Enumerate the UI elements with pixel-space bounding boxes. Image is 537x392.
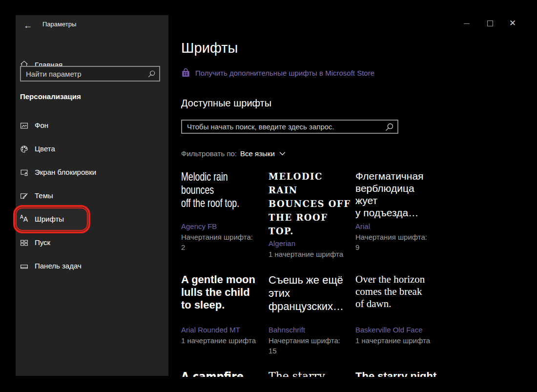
font-name-link[interactable]: Arial [355,221,444,232]
sidebar-item-colors[interactable]: Цвета [16,137,168,161]
available-fonts-heading: Доступные шрифты [181,98,271,109]
language-filter[interactable]: Фильтровать по: Все языки [181,149,286,158]
settings-sidebar: ← Параметры Главная Персонализация [16,15,168,376]
font-sample: Over the horizon comes the break of dawn… [355,273,444,325]
sidebar-item-label: Пуск [35,238,50,247]
font-faces-label: 1 начертание шрифта [355,335,444,346]
font-sample: Съешь же ещё этих французских… [268,273,355,325]
search-icon [147,70,156,78]
font-tile-clipped-1[interactable]: A campfire [181,370,268,377]
fonts-search-box [181,120,398,134]
font-faces-label: 1 начертание шрифта [181,335,268,346]
font-name-link[interactable]: Bahnschrift [268,325,355,335]
filter-label: Фильтровать по: [181,149,237,158]
sidebar-section-title: Персонализация [20,92,81,101]
sidebar-search-input[interactable] [21,67,159,81]
font-sample: The starry night [268,370,355,377]
taskbar-icon [20,262,28,270]
font-tile-baskerville-old-face[interactable]: Over the horizon comes the break of dawn… [355,273,444,356]
font-tile-arial[interactable]: Флегматичная верблюдица жует у подъезда…… [355,170,444,259]
fonts-page: Шрифты Получить дополнительные шрифты в … [168,0,537,392]
themes-icon [20,192,28,200]
font-faces-label: Начертания шрифта: [355,232,444,242]
sidebar-item-fonts[interactable]: AA Шрифты [16,207,89,231]
font-sample: Melodic rain bounces off the roof top. [181,170,246,221]
font-tile-bahnschrift[interactable]: Съешь же ещё этих французских… Bahnschri… [268,273,355,356]
sidebar-search-box [20,66,160,82]
font-tile-algerian[interactable]: MELODIC RAIN BOUNCES OFF THE ROOF TOP. A… [268,170,355,259]
font-name-link[interactable]: Arial Rounded MT [181,325,268,335]
sidebar-item-label: Фон [35,121,48,129]
font-name-link[interactable]: Agency FB [181,221,268,232]
fonts-search-input[interactable] [182,121,397,133]
font-tile-arial-rounded-mt[interactable]: A gentle moon lulls the child to sleep. … [181,273,268,356]
sidebar-item-label: Экран блокировки [35,168,96,176]
font-faces-count: 15 [268,346,355,356]
font-sample: A campfire [181,370,258,377]
fonts-grid: Melodic rain bounces off the roof top. A… [181,170,447,377]
start-tiles-icon [20,239,28,247]
font-faces-label: Начертания шрифта: [268,335,355,346]
font-tile-clipped-2[interactable]: The starry night [268,370,355,377]
sidebar-item-label: Темы [35,191,53,200]
sidebar-topbar: ← Параметры [16,15,168,42]
font-faces-count: 9 [355,242,444,252]
sidebar-item-label: Панель задач [35,262,82,270]
font-sample: A gentle moon lulls the child to sleep. [181,273,268,325]
sidebar-item-background[interactable]: Фон [16,114,168,137]
font-sample: The starry night [355,370,444,377]
microsoft-store-icon [181,68,190,78]
sidebar-item-label: Шрифты [35,215,64,223]
page-title: Шрифты [181,40,238,56]
lock-screen-icon [20,168,28,177]
app-title: Параметры [42,21,76,28]
background-image-icon [20,122,28,130]
store-link-label: Получить дополнительные шрифты в Microso… [195,69,374,77]
font-faces-count: 2 [181,242,268,252]
sidebar-item-label: Цвета [35,144,55,153]
font-tile-agency-fb[interactable]: Melodic rain bounces off the roof top. A… [181,170,268,259]
font-tile-clipped-3[interactable]: The starry night [355,370,444,377]
font-name-link[interactable]: Algerian [268,238,355,249]
sidebar-item-themes[interactable]: Темы [16,184,168,207]
sidebar-item-taskbar[interactable]: Панель задач [16,254,168,278]
font-sample: Флегматичная верблюдица жует у подъезда… [355,170,444,221]
colors-palette-icon [20,145,28,153]
font-name-link[interactable]: Baskerville Old Face [355,325,444,335]
font-sample: MELODIC RAIN BOUNCES OFF THE ROOF TOP. [268,170,355,238]
font-faces-label: Начертания шрифта: [181,232,268,242]
back-arrow-icon[interactable]: ← [21,18,35,33]
filter-value: Все языки [240,149,275,158]
fonts-icon: AA [20,214,29,224]
sidebar-item-lock-screen[interactable]: Экран блокировки [16,161,168,184]
chevron-down-icon [279,151,286,156]
get-more-fonts-link[interactable]: Получить дополнительные шрифты в Microso… [181,68,374,78]
sidebar-nav: Фон Цвета Экран блокир [16,114,168,278]
font-faces-label: 1 начертание шрифта [268,249,355,259]
sidebar-item-start[interactable]: Пуск [16,231,168,254]
search-icon [385,123,394,132]
